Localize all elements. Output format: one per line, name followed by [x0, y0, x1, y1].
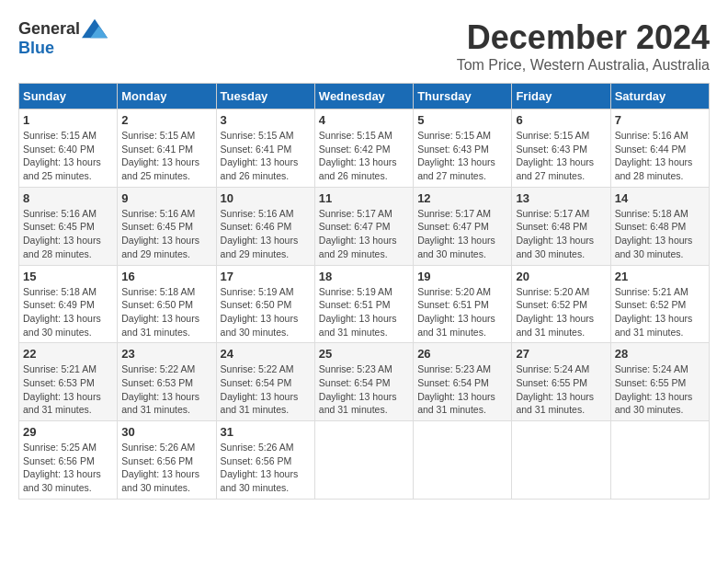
day-info: Sunrise: 5:15 AMSunset: 6:43 PMDaylight:…	[417, 129, 507, 183]
calendar-cell: 31Sunrise: 5:26 AMSunset: 6:56 PMDayligh…	[216, 421, 314, 500]
day-number: 17	[221, 270, 311, 283]
calendar-week-row: 22Sunrise: 5:21 AMSunset: 6:53 PMDayligh…	[19, 343, 710, 421]
day-number: 1	[23, 113, 113, 127]
month-title: December 2024	[457, 18, 710, 57]
calendar-cell: 26Sunrise: 5:23 AMSunset: 6:54 PMDayligh…	[414, 343, 512, 421]
calendar-cell: 8Sunrise: 5:16 AMSunset: 6:45 PMDaylight…	[19, 187, 118, 265]
day-info: Sunrise: 5:15 AMSunset: 6:40 PMDaylight:…	[23, 129, 113, 183]
day-info: Sunrise: 5:22 AMSunset: 6:54 PMDaylight:…	[221, 362, 311, 417]
calendar-week-row: 1Sunrise: 5:15 AMSunset: 6:40 PMDaylight…	[19, 109, 710, 188]
day-info: Sunrise: 5:17 AMSunset: 6:48 PMDaylight:…	[516, 207, 606, 261]
calendar-cell: 4Sunrise: 5:15 AMSunset: 6:42 PMDaylight…	[314, 109, 413, 188]
day-info: Sunrise: 5:20 AMSunset: 6:51 PMDaylight:…	[417, 285, 507, 339]
day-info: Sunrise: 5:16 AMSunset: 6:45 PMDaylight:…	[121, 207, 211, 261]
day-number: 30	[121, 425, 211, 439]
calendar-cell: 3Sunrise: 5:15 AMSunset: 6:41 PMDaylight…	[216, 109, 314, 188]
calendar-cell: 5Sunrise: 5:15 AMSunset: 6:43 PMDaylight…	[414, 109, 512, 188]
day-info: Sunrise: 5:21 AMSunset: 6:52 PMDaylight:…	[615, 285, 705, 339]
day-info: Sunrise: 5:16 AMSunset: 6:45 PMDaylight:…	[23, 207, 113, 261]
calendar-cell: 22Sunrise: 5:21 AMSunset: 6:53 PMDayligh…	[19, 343, 118, 421]
calendar-table: SundayMondayTuesdayWednesdayThursdayFrid…	[18, 83, 710, 500]
day-number: 23	[121, 347, 211, 361]
day-info: Sunrise: 5:26 AMSunset: 6:56 PMDaylight:…	[121, 441, 211, 495]
day-info: Sunrise: 5:26 AMSunset: 6:56 PMDaylight:…	[221, 441, 311, 495]
day-info: Sunrise: 5:15 AMSunset: 6:42 PMDaylight:…	[319, 129, 409, 183]
calendar-cell	[610, 421, 709, 500]
day-info: Sunrise: 5:23 AMSunset: 6:54 PMDaylight:…	[319, 362, 409, 417]
day-number: 6	[516, 113, 606, 127]
logo: General Blue	[18, 18, 108, 58]
calendar-cell: 10Sunrise: 5:16 AMSunset: 6:46 PMDayligh…	[216, 187, 314, 265]
day-info: Sunrise: 5:24 AMSunset: 6:55 PMDaylight:…	[516, 362, 606, 417]
day-number: 13	[516, 191, 606, 205]
calendar-week-row: 15Sunrise: 5:18 AMSunset: 6:49 PMDayligh…	[19, 265, 710, 343]
day-number: 8	[23, 191, 113, 205]
weekday-header-monday: Monday	[118, 84, 216, 109]
day-info: Sunrise: 5:15 AMSunset: 6:43 PMDaylight:…	[516, 129, 606, 183]
calendar-cell: 11Sunrise: 5:17 AMSunset: 6:47 PMDayligh…	[314, 187, 413, 265]
day-info: Sunrise: 5:21 AMSunset: 6:53 PMDaylight:…	[23, 362, 113, 417]
page-header: General Blue December 2024 Tom Price, We…	[18, 18, 710, 74]
day-number: 21	[615, 270, 705, 283]
calendar-cell: 12Sunrise: 5:17 AMSunset: 6:47 PMDayligh…	[414, 187, 512, 265]
day-info: Sunrise: 5:25 AMSunset: 6:56 PMDaylight:…	[23, 441, 113, 495]
weekday-header-thursday: Thursday	[414, 84, 512, 109]
calendar-cell: 14Sunrise: 5:18 AMSunset: 6:48 PMDayligh…	[610, 187, 709, 265]
day-number: 28	[615, 347, 705, 361]
day-number: 27	[516, 347, 606, 361]
day-info: Sunrise: 5:17 AMSunset: 6:47 PMDaylight:…	[319, 207, 409, 261]
calendar-cell: 15Sunrise: 5:18 AMSunset: 6:49 PMDayligh…	[19, 265, 118, 343]
day-number: 31	[221, 425, 311, 439]
day-number: 11	[319, 191, 409, 205]
day-number: 24	[221, 347, 311, 361]
day-number: 29	[23, 425, 113, 439]
calendar-cell: 13Sunrise: 5:17 AMSunset: 6:48 PMDayligh…	[512, 187, 610, 265]
day-info: Sunrise: 5:18 AMSunset: 6:50 PMDaylight:…	[121, 285, 211, 339]
day-number: 22	[23, 347, 113, 361]
calendar-cell: 6Sunrise: 5:15 AMSunset: 6:43 PMDaylight…	[512, 109, 610, 188]
day-number: 20	[516, 270, 606, 283]
day-number: 19	[417, 270, 507, 283]
day-number: 5	[417, 113, 507, 127]
calendar-cell: 9Sunrise: 5:16 AMSunset: 6:45 PMDaylight…	[118, 187, 216, 265]
weekday-header-sunday: Sunday	[19, 84, 118, 109]
day-info: Sunrise: 5:18 AMSunset: 6:49 PMDaylight:…	[23, 285, 113, 339]
day-number: 2	[121, 113, 211, 127]
calendar-cell: 16Sunrise: 5:18 AMSunset: 6:50 PMDayligh…	[118, 265, 216, 343]
calendar-cell: 23Sunrise: 5:22 AMSunset: 6:53 PMDayligh…	[118, 343, 216, 421]
calendar-cell: 21Sunrise: 5:21 AMSunset: 6:52 PMDayligh…	[610, 265, 709, 343]
day-number: 4	[319, 113, 409, 127]
weekday-header-wednesday: Wednesday	[314, 84, 413, 109]
day-number: 26	[417, 347, 507, 361]
calendar-header-row: SundayMondayTuesdayWednesdayThursdayFrid…	[19, 84, 710, 109]
day-info: Sunrise: 5:15 AMSunset: 6:41 PMDaylight:…	[121, 129, 211, 183]
weekday-header-tuesday: Tuesday	[216, 84, 314, 109]
calendar-week-row: 29Sunrise: 5:25 AMSunset: 6:56 PMDayligh…	[19, 421, 710, 500]
day-number: 16	[121, 270, 211, 283]
calendar-cell: 30Sunrise: 5:26 AMSunset: 6:56 PMDayligh…	[118, 421, 216, 500]
day-info: Sunrise: 5:16 AMSunset: 6:44 PMDaylight:…	[615, 129, 705, 183]
day-info: Sunrise: 5:23 AMSunset: 6:54 PMDaylight:…	[417, 362, 507, 417]
day-info: Sunrise: 5:17 AMSunset: 6:47 PMDaylight:…	[417, 207, 507, 261]
day-info: Sunrise: 5:18 AMSunset: 6:48 PMDaylight:…	[615, 207, 705, 261]
day-number: 3	[221, 113, 311, 127]
day-number: 10	[221, 191, 311, 205]
weekday-header-friday: Friday	[512, 84, 610, 109]
day-info: Sunrise: 5:15 AMSunset: 6:41 PMDaylight:…	[221, 129, 311, 183]
calendar-cell: 7Sunrise: 5:16 AMSunset: 6:44 PMDaylight…	[610, 109, 709, 188]
calendar-cell: 17Sunrise: 5:19 AMSunset: 6:50 PMDayligh…	[216, 265, 314, 343]
day-info: Sunrise: 5:16 AMSunset: 6:46 PMDaylight:…	[221, 207, 311, 261]
day-info: Sunrise: 5:20 AMSunset: 6:52 PMDaylight:…	[516, 285, 606, 339]
day-info: Sunrise: 5:19 AMSunset: 6:50 PMDaylight:…	[221, 285, 311, 339]
day-info: Sunrise: 5:22 AMSunset: 6:53 PMDaylight:…	[121, 362, 211, 417]
day-number: 9	[121, 191, 211, 205]
calendar-cell	[512, 421, 610, 500]
location-subtitle: Tom Price, Western Australia, Australia	[457, 57, 710, 74]
calendar-cell: 20Sunrise: 5:20 AMSunset: 6:52 PMDayligh…	[512, 265, 610, 343]
day-number: 25	[319, 347, 409, 361]
day-number: 18	[319, 270, 409, 283]
calendar-cell: 18Sunrise: 5:19 AMSunset: 6:51 PMDayligh…	[314, 265, 413, 343]
logo-blue: Blue	[18, 39, 54, 58]
calendar-cell: 2Sunrise: 5:15 AMSunset: 6:41 PMDaylight…	[118, 109, 216, 188]
logo-general: General	[18, 19, 80, 39]
